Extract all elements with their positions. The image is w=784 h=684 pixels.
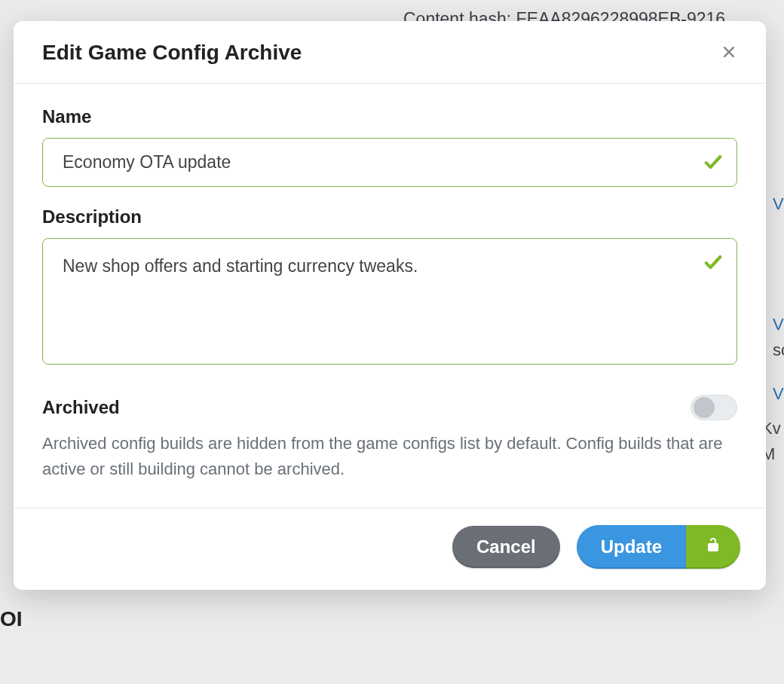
description-label: Description bbox=[42, 206, 737, 227]
modal-footer: Cancel Update bbox=[14, 508, 766, 590]
edit-game-config-modal: Edit Game Config Archive Name Descr bbox=[14, 21, 766, 590]
check-icon bbox=[703, 252, 724, 276]
description-input[interactable] bbox=[42, 238, 737, 365]
bg-fragment: Vi bbox=[773, 315, 784, 334]
description-field-group: Description bbox=[42, 206, 737, 368]
update-button-group: Update bbox=[577, 525, 740, 569]
modal-title: Edit Game Config Archive bbox=[42, 41, 302, 65]
bg-fragment: sc bbox=[773, 340, 784, 360]
modal-body: Name Description bbox=[14, 84, 766, 508]
update-button[interactable]: Update bbox=[577, 525, 686, 569]
close-icon bbox=[721, 44, 737, 62]
modal-header: Edit Game Config Archive bbox=[14, 21, 766, 84]
unlock-button[interactable] bbox=[686, 525, 740, 569]
toggle-knob bbox=[694, 397, 715, 418]
archived-help-text: Archived config builds are hidden from t… bbox=[42, 431, 737, 482]
close-button[interactable] bbox=[718, 41, 740, 64]
bg-fragment: Vi bbox=[773, 384, 784, 404]
description-input-wrap bbox=[42, 238, 737, 368]
bg-fragment: OI bbox=[0, 607, 23, 631]
cancel-button[interactable]: Cancel bbox=[452, 526, 560, 568]
unlock-icon bbox=[704, 536, 722, 558]
archived-label: Archived bbox=[42, 397, 120, 418]
name-input[interactable] bbox=[42, 138, 737, 187]
bg-fragment: Vi bbox=[773, 194, 784, 214]
check-icon bbox=[703, 151, 724, 176]
archived-row: Archived bbox=[42, 395, 737, 420]
name-input-wrap bbox=[42, 138, 737, 187]
name-field-group: Name bbox=[42, 106, 737, 187]
name-label: Name bbox=[42, 106, 737, 127]
archived-toggle[interactable] bbox=[691, 395, 737, 420]
